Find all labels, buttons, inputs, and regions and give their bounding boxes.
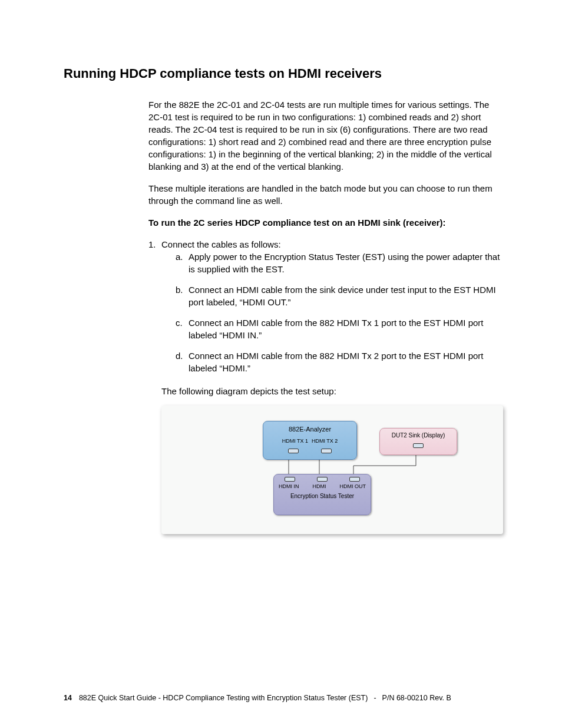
dut-box: DUT2 Sink (Display) bbox=[379, 428, 457, 455]
substep-b: Connect an HDMI cable from the sink devi… bbox=[176, 284, 505, 308]
section-heading: Running HDCP compliance tests on HDMI re… bbox=[64, 65, 509, 83]
step-1: Connect the cables as follows: Apply pow… bbox=[148, 238, 505, 374]
paragraph-intro-2: These multiple iterations are handled in… bbox=[148, 182, 505, 207]
est-in-label: HDMI IN bbox=[279, 483, 299, 490]
footer-separator: - bbox=[373, 693, 376, 704]
substep-d: Connect an HDMI cable from the 882 HDMI … bbox=[176, 350, 505, 374]
page-footer: 14 882E Quick Start Guide - HDCP Complia… bbox=[64, 693, 509, 704]
hdmi-port-icon bbox=[413, 443, 424, 448]
footer-revision: P/N 68-00210 Rev. B bbox=[382, 693, 451, 704]
tx1-label: HDMI TX 1 bbox=[282, 437, 308, 445]
substep-a: Apply power to the Encryption Status Tes… bbox=[176, 251, 505, 275]
paragraph-intro-1: For the 882E the 2C-01 and 2C-04 tests a… bbox=[148, 98, 505, 173]
tx2-label: HDMI TX 2 bbox=[312, 437, 338, 445]
step-1-text: Connect the cables as follows: bbox=[161, 239, 281, 249]
hdmi-port-icon bbox=[321, 449, 332, 453]
analyzer-box: 882E-Analyzer HDMI TX 1 HDMI TX 2 bbox=[263, 421, 357, 460]
analyzer-title: 882E-Analyzer bbox=[263, 425, 356, 434]
hdmi-port-icon bbox=[349, 477, 360, 482]
setup-diagram: 882E-Analyzer HDMI TX 1 HDMI TX 2 DUT2 S… bbox=[161, 406, 503, 534]
hdmi-port-icon bbox=[317, 477, 328, 482]
procedure-heading: To run the 2C series HDCP compliance tes… bbox=[148, 216, 505, 229]
dut-title: DUT2 Sink (Display) bbox=[380, 431, 457, 440]
hdmi-port-icon bbox=[285, 477, 295, 482]
substep-c: Connect an HDMI cable from the 882 HDMI … bbox=[176, 317, 505, 341]
est-mid-label: HDMI bbox=[313, 483, 326, 490]
est-box: HDMI IN HDMI HDMI OUT Encryption Status … bbox=[273, 474, 371, 515]
est-name: Encryption Status Tester bbox=[274, 492, 371, 500]
diagram-caption: The following diagram depicts the test s… bbox=[161, 385, 505, 397]
page-number: 14 bbox=[64, 693, 72, 704]
est-out-label: HDMI OUT bbox=[340, 483, 366, 490]
hdmi-port-icon bbox=[288, 449, 299, 453]
footer-doc-title: 882E Quick Start Guide - HDCP Compliance… bbox=[79, 693, 368, 704]
